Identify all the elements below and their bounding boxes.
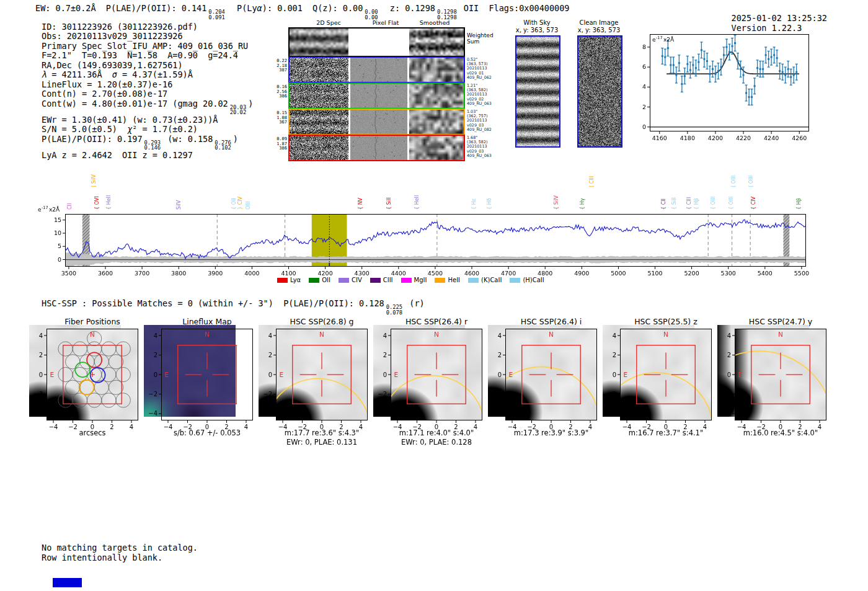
info-line: ID: 3011223926 (3011223926.pdf) — [42, 22, 253, 32]
spec2d-row-right-labels: 0.52"(363, 573)20210113v029_01409_RU_062 — [467, 58, 497, 80]
fiber-xlabel: arcsecs — [79, 429, 105, 437]
text-segment: EWr = 1.30(±0.41) (w: 0.73(±0.23))Å — [42, 115, 218, 125]
legend-label: (H)CaII — [523, 277, 544, 283]
spec2d-row — [288, 56, 465, 83]
spec2d-header-pixelflat: Pixel Flat — [373, 19, 399, 26]
text-segment: P(LAE)/P(OII): 0.197 — [42, 134, 143, 144]
smoothed-image — [409, 84, 464, 108]
spec2d-header-2dspec: 2D Spec — [316, 19, 341, 26]
spec2d-image — [290, 58, 348, 82]
detection-info-block: ID: 3011223926 (3011223926.pdf)Obs: 2021… — [42, 22, 253, 160]
text-segment: LineFlux = 1.20(±0.37)e-16 — [42, 79, 172, 89]
smoothed-image — [409, 110, 464, 134]
legend-item: (K)CaII — [468, 277, 502, 283]
weighted-sum-label: WeightedSum — [467, 32, 494, 45]
info-line: RA,Dec (149.693039,1.627561) — [42, 61, 253, 70]
hsc-z-caption: m:16.7 re:3.7" s:4.1" — [629, 429, 703, 437]
legend-swatch — [370, 278, 381, 283]
spec2d-row — [288, 27, 465, 57]
smoothed-image — [409, 58, 464, 82]
legend-swatch — [401, 278, 412, 283]
spec2d-row-left-labels: 0.222.18387 — [271, 59, 287, 73]
text-segment: = 4.37(±1.59)Å — [117, 69, 193, 79]
spectrum-legend: LyαOIICIVCIIIMgIIHeII(K)CaII(H)CaII — [277, 277, 544, 283]
footer-blue-bar — [53, 578, 82, 587]
pixel-flat-image — [350, 136, 407, 160]
spec2d-image — [290, 110, 348, 134]
legend-swatch — [510, 278, 520, 283]
stacked-uncertainty: 0.2250.078 — [386, 304, 402, 315]
stacked-uncertainty: 0.000.00 — [365, 9, 378, 20]
report-datetime: 2025-01-02 13:25:32 — [732, 13, 827, 23]
pixel-flat-image — [350, 84, 407, 108]
fiber-positions-canvas — [29, 325, 142, 432]
spec2d-row — [288, 135, 465, 161]
hsc-r-cutout-canvas — [373, 325, 486, 432]
legend-label: OII — [322, 277, 330, 283]
hsc-y-cutout-canvas — [717, 325, 830, 432]
text-segment: λ — [42, 69, 46, 79]
info-line: Obs: 20210113v029_3011223926 — [42, 32, 253, 41]
text-segment: Cont(n) = 2.70(±0.08)e-17 — [42, 89, 167, 99]
line-fit-plot-canvas — [636, 26, 815, 144]
with-sky-image — [515, 35, 560, 148]
text-segment: Cont(w) = 4.80(±0.01)e-17 (gmag 20.02 — [42, 99, 228, 109]
text-segment: (w: 0.158 — [162, 134, 213, 144]
main-spectrum-canvas — [34, 166, 812, 277]
spec2d-row-right-labels: 1.03"(362, 757)20210113v029_03409_RU_082 — [467, 110, 497, 132]
clean-image-title: Clean Imagex, y: 363, 573 — [578, 19, 621, 33]
hsc-g-cutout-canvas — [259, 325, 371, 432]
spec2d-row-right-labels: 1.68"(363, 582)20210113v029_03409_RU_063 — [467, 136, 497, 158]
legend-item: MgII — [401, 277, 427, 283]
spec2d-image — [290, 84, 348, 108]
info-line: LyA z = 2.4642 OII z = 0.1297 — [42, 151, 253, 160]
stacked-uncertainty: 20.0320.02 — [230, 105, 246, 115]
hsc-i-caption: m:17.3 re:3.9" s:3.9" — [514, 429, 588, 437]
text-segment: σ — [112, 69, 117, 79]
info-line: S/N = 5.0(±0.5) χ² = 1.7(±0.2) — [42, 125, 253, 134]
hsc-g-caption-2: EWr: 0, PLAE: 0.131 — [286, 438, 357, 447]
lineflux-map-canvas — [144, 325, 257, 432]
legend-swatch — [339, 278, 349, 283]
text-segment: ) — [233, 134, 238, 144]
hsc-g-caption-1: m:17.7 re:3.6" s:4.3" — [285, 429, 359, 437]
elixer-report-page: EW: 0.7±0.2Å P(LAE)/P(OII): 0.1410.2040.… — [0, 0, 868, 591]
legend-item: OII — [309, 277, 330, 283]
spec2d-row-left-labels: 0.151.08367 — [271, 111, 287, 125]
info-line: Primary Spec_Slot_IFU_AMP: 409_016_036_R… — [42, 42, 253, 51]
text-segment: Obs: 20210113v029_3011223926 — [42, 31, 183, 41]
stacked-uncertainty: 0.2930.146 — [144, 140, 161, 151]
spec2d-row-left-labels: 0.162.56386 — [271, 85, 287, 99]
text-segment: P(Ly — [227, 3, 257, 13]
spec2d-row-left-labels: 0.091.87386 — [271, 137, 287, 151]
lineflux-caption: s/b: 0.67 +/- 0.053 — [174, 429, 241, 437]
stacked-uncertainty: 0.2040.091 — [208, 9, 224, 20]
hsc-z-cutout-canvas — [603, 325, 715, 432]
pixel-flat-image — [350, 110, 407, 134]
hsc-ssp-summary: HSC-SSP : Possible Matches = 0 (within +… — [42, 298, 425, 315]
legend-swatch — [277, 278, 288, 283]
legend-swatch — [468, 278, 479, 283]
info-line: EWr = 1.30(±0.41) (w: 0.73(±0.23))Å — [42, 115, 253, 125]
pixel-flat-image — [350, 29, 407, 56]
header-stats: EW: 0.7±0.2Å P(LAE)/P(OII): 0.1410.2040.… — [35, 3, 570, 20]
text-segment: ² = 1.7(±0.2) — [132, 124, 198, 134]
legend-label: MgII — [414, 277, 427, 283]
text-segment: RA,Dec (149.693039,1.627561) — [42, 60, 183, 70]
footer-note-2: Row intentionally blank. — [42, 553, 162, 562]
info-line: Cont(n) = 2.70(±0.08)e-17 — [42, 89, 253, 99]
legend-swatch — [309, 278, 319, 283]
text-segment: ) — [248, 99, 253, 109]
stacked-uncertainty: 0.12980.1298 — [437, 9, 457, 20]
spec2d-row-right-labels: 1.21"(363, 582)20210113v029_02409_RU_063 — [467, 84, 497, 106]
hsc-y-caption: m:16.0 re:4.5" s:4.0" — [743, 429, 818, 437]
text-segment: S/N = 5.0(±0.5) — [42, 124, 127, 134]
spec2d-header-smoothed: Smoothed — [420, 19, 450, 26]
info-line: P(LAE)/P(OII): 0.1970.2930.146 (w: 0.158… — [42, 135, 253, 151]
info-line: λ = 4211.36Å σ = 4.37(±1.59)Å — [42, 70, 253, 79]
legend-label: CIV — [352, 277, 362, 283]
smoothed-image — [409, 136, 464, 160]
legend-item: CIII — [370, 277, 393, 283]
text-segment: = 4211.36Å — [46, 69, 112, 79]
smoothed-image — [409, 29, 464, 56]
